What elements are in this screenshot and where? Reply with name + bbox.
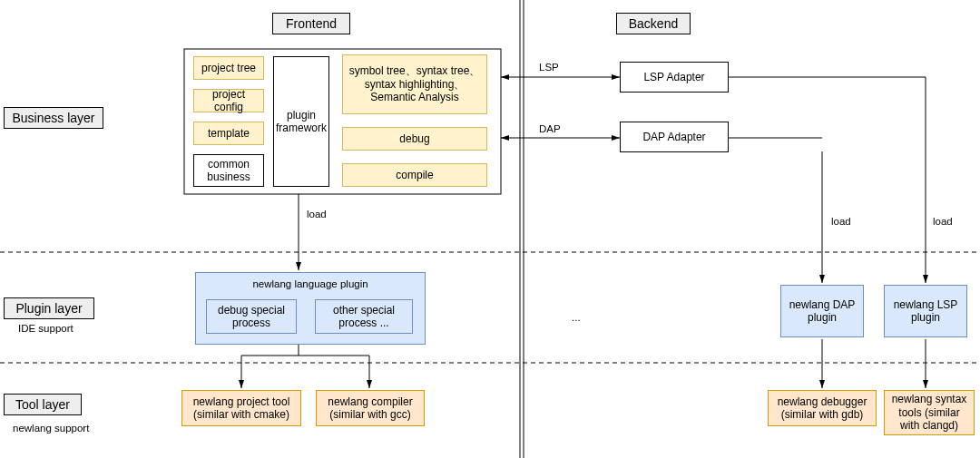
project-config-box: project config (193, 89, 264, 112)
other-special-process-box: other special process ... (315, 299, 413, 334)
common-business-box: common business (193, 154, 264, 187)
backend-header: Backend (616, 13, 691, 34)
debug-box: debug (342, 127, 487, 151)
compile-box: compile (342, 163, 487, 187)
business-layer-label: Business layer (4, 107, 103, 129)
newlang-project-tool-box: newlang project tool (similar with cmake… (181, 390, 301, 426)
tool-layer-label: Tool layer (4, 394, 82, 415)
tool-layer-sub: newlang support (13, 423, 89, 434)
load-edge-label-3: load (933, 216, 953, 227)
syntax-box: symbol tree、syntax tree、syntax highlight… (342, 54, 487, 114)
project-tree-box: project tree (193, 56, 264, 80)
frontend-header: Frontend (272, 13, 350, 34)
dap-adapter-box: DAP Adapter (620, 122, 729, 152)
lsp-edge-label: LSP (539, 62, 559, 73)
load-edge-label-1: load (307, 209, 327, 219)
lsp-adapter-box: LSP Adapter (620, 62, 729, 93)
plugin-ellipsis: ... (572, 312, 581, 323)
plugin-framework-box: plugin framework (273, 56, 329, 187)
plugin-layer-sub: IDE support (18, 323, 74, 334)
plugin-layer-label: Plugin layer (4, 297, 94, 319)
newlang-lsp-plugin-box: newlang LSP plugin (884, 285, 967, 337)
newlang-compiler-box: newlang compiler (similar with gcc) (316, 390, 425, 426)
newlang-debugger-box: newlang debugger (similar with gdb) (768, 390, 877, 426)
newlang-language-plugin-title: newlang language plugin (201, 278, 419, 291)
newlang-syntax-tools-box: newlang syntax tools (similar with clang… (884, 390, 975, 435)
template-box: template (193, 122, 264, 145)
debug-special-process-box: debug special process (206, 299, 297, 334)
dap-edge-label: DAP (539, 123, 561, 134)
load-edge-label-2: load (831, 216, 851, 227)
newlang-dap-plugin-box: newlang DAP plugin (780, 285, 864, 337)
